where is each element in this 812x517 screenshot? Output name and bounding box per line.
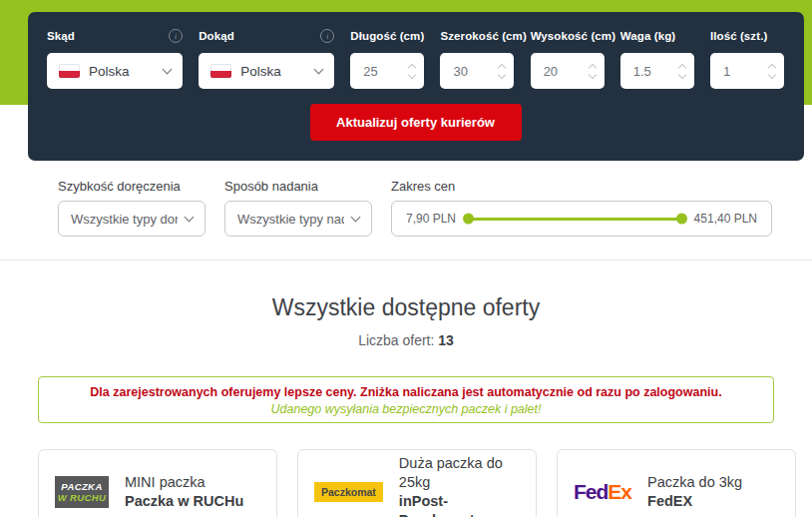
to-label: Dokąd	[199, 30, 234, 42]
offer-cards-row: PACZKA W RUCHU MINI paczka Paczka w RUCH…	[38, 449, 796, 517]
offer-carrier: inPost-Paczkomaty	[399, 492, 520, 517]
slider-handle-max[interactable]	[676, 214, 687, 225]
price-min-value: 7,90 PLN	[406, 212, 456, 226]
weight-input-box	[620, 53, 694, 89]
from-country-value: Polska	[89, 64, 155, 79]
width-input[interactable]	[453, 64, 499, 79]
fedex-logo: FedEx	[574, 480, 631, 504]
field-height: Wysokość (cm)	[531, 28, 605, 89]
number-stepper[interactable]	[769, 65, 775, 78]
delivery-speed-select[interactable]: Wszystkie typy dor...	[58, 201, 205, 237]
dispatch-method-label: Sposób nadania	[224, 179, 372, 194]
promo-notice-main: Dla zarejestrowanych oferujemy lepsze ce…	[39, 384, 773, 401]
shipment-fields-row: Skąd i Polska Dokąd i Polska	[47, 28, 784, 89]
field-from: Skąd i Polska	[47, 28, 183, 89]
slider-handle-min[interactable]	[463, 214, 474, 225]
field-length: Długość (cm)	[350, 28, 424, 89]
poland-flag-icon	[210, 64, 231, 78]
promo-notice: Dla zarejestrowanych oferujemy lepsze ce…	[38, 376, 774, 423]
price-range-slider[interactable]	[465, 218, 685, 221]
to-country-value: Polska	[240, 64, 306, 79]
price-range-box: 7,90 PLN 451,40 PLN	[391, 201, 772, 237]
chevron-down-icon	[314, 65, 324, 75]
filter-price-range: Zakres cen 7,90 PLN 451,40 PLN	[391, 179, 772, 237]
height-label: Wysokość (cm)	[531, 30, 615, 42]
offer-carrier: Paczka w RUCHu	[125, 492, 243, 511]
length-input[interactable]	[363, 64, 409, 79]
chevron-down-icon	[163, 65, 173, 75]
delivery-speed-value: Wszystkie typy dor...	[71, 212, 178, 227]
price-max-value: 451,40 PLN	[694, 212, 757, 226]
info-icon[interactable]: i	[320, 29, 334, 43]
height-input-box	[531, 53, 605, 89]
number-stepper[interactable]	[679, 65, 685, 78]
chevron-down-icon	[185, 213, 195, 223]
offer-carrier: FedEX	[647, 492, 742, 511]
logo-text: W RUCHU	[58, 492, 107, 503]
offer-name: MINI paczka	[125, 473, 243, 492]
offer-card-fedex[interactable]: FedEx Paczka do 3kg FedEX	[557, 449, 796, 517]
results-title: Wszystkie dostępne oferty	[0, 294, 812, 321]
update-offers-button[interactable]: Aktualizuj oferty kurierów	[310, 104, 522, 141]
results-header: Wszystkie dostępne oferty Liczba ofert: …	[0, 294, 812, 348]
offer-card-inpost-paczkomaty[interactable]: Paczkomat Duża paczka do 25kg inPost-Pac…	[297, 449, 537, 517]
shipment-form-panel: Skąd i Polska Dokąd i Polska	[28, 12, 804, 161]
logo-text: PACZKA	[61, 481, 102, 492]
filters-bar: Szybkość doręczenia Wszystkie typy dor..…	[58, 179, 772, 237]
offer-name: Duża paczka do 25kg	[399, 454, 520, 492]
length-label: Długość (cm)	[350, 30, 424, 42]
poland-flag-icon	[59, 64, 80, 78]
logo-text: Fed	[574, 480, 608, 503]
dispatch-method-value: Wszystkie typy nad...	[237, 212, 344, 227]
filter-dispatch-method: Sposób nadania Wszystkie typy nad...	[224, 179, 372, 237]
promo-notice-sub: Udanego wysyłania bezpiecznych paczek i …	[39, 401, 773, 418]
delivery-speed-label: Szybkość doręczenia	[58, 179, 205, 194]
number-stepper[interactable]	[590, 65, 596, 78]
weight-label: Waga (kg)	[620, 30, 675, 42]
number-stepper[interactable]	[499, 65, 505, 78]
field-quantity: Ilość (szt.)	[710, 28, 784, 89]
width-label: Szerokość (cm)	[440, 30, 526, 42]
offer-card-paczka-w-ruchu[interactable]: PACZKA W RUCHU MINI paczka Paczka w RUCH…	[38, 449, 277, 517]
from-label: Skąd	[47, 30, 75, 42]
quantity-input-box	[710, 53, 784, 89]
filter-delivery-speed: Szybkość doręczenia Wszystkie typy dor..…	[58, 179, 205, 237]
paczka-w-ruchu-logo: PACZKA W RUCHU	[55, 476, 109, 508]
offer-name: Paczka do 3kg	[647, 473, 742, 492]
quantity-input[interactable]	[723, 64, 769, 79]
info-icon[interactable]: i	[169, 29, 183, 43]
number-stepper[interactable]	[409, 65, 415, 78]
offers-count: Liczba ofert: 13	[0, 332, 812, 348]
from-country-select[interactable]: Polska	[47, 53, 183, 89]
field-to: Dokąd i Polska	[199, 28, 334, 89]
width-input-box	[440, 53, 514, 89]
weight-input[interactable]	[633, 64, 679, 79]
to-country-select[interactable]: Polska	[199, 53, 334, 89]
length-input-box	[350, 53, 424, 89]
quantity-label: Ilość (szt.)	[710, 30, 767, 42]
logo-text: Ex	[608, 480, 631, 503]
section-divider	[0, 259, 812, 260]
parcel-comparison-page: Skąd i Polska Dokąd i Polska	[0, 0, 812, 517]
dispatch-method-select[interactable]: Wszystkie typy nad...	[224, 201, 372, 237]
height-input[interactable]	[544, 64, 590, 79]
paczkomat-logo: Paczkomat	[314, 482, 383, 502]
offers-count-value: 13	[438, 332, 454, 348]
price-range-label: Zakres cen	[391, 179, 772, 194]
offers-count-label: Liczba ofert:	[358, 332, 434, 348]
chevron-down-icon	[351, 213, 361, 223]
field-weight: Waga (kg)	[620, 28, 694, 89]
field-width: Szerokość (cm)	[440, 28, 514, 89]
